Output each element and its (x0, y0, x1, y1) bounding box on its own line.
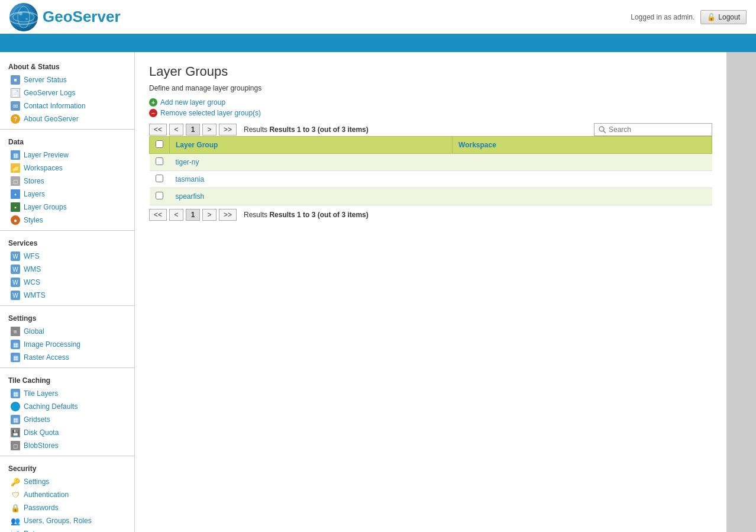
sidebar-item-users-groups-roles[interactable]: 👥 Users, Groups, Roles (0, 514, 134, 527)
sidebar-item-layer-groups[interactable]: ▪ Layer Groups (0, 201, 134, 214)
prev-page-btn-bottom[interactable]: < (169, 209, 183, 221)
row-checkbox-cell (150, 154, 170, 171)
sidebar-item-tile-layers[interactable]: ▦ Tile Layers (0, 387, 134, 400)
logo-text: GeoServer (43, 8, 121, 26)
divider-5 (0, 456, 134, 456)
logo-area: GeoServer (9, 3, 121, 31)
header-workspace[interactable]: Workspace (453, 137, 712, 154)
imgproc-icon: ▦ (11, 340, 20, 349)
contact-icon: ✉ (11, 101, 20, 111)
security-section-title: Security (0, 460, 134, 475)
sidebar-item-wmts[interactable]: W WMTS (0, 289, 134, 302)
global-icon: ≡ (11, 327, 20, 336)
sidebar-item-workspaces[interactable]: 📁 Workspaces (0, 162, 134, 175)
svg-point-0 (13, 7, 34, 28)
divider-4 (0, 367, 134, 368)
sidebar-item-global[interactable]: ≡ Global (0, 325, 134, 338)
layer-group-link[interactable]: spearfish (176, 192, 205, 201)
top-pagination: << < 1 > >> Results Results 1 to 3 (out … (149, 123, 712, 136)
wcs-icon: W (11, 278, 20, 287)
raster-icon: ▦ (11, 353, 20, 362)
grid-icon: ▦ (11, 415, 20, 424)
sidebar-item-raster-access[interactable]: ▦ Raster Access (0, 351, 134, 364)
last-page-btn-bottom[interactable]: >> (219, 209, 237, 221)
sidebar-item-server-status[interactable]: ■ Server Status (0, 73, 134, 86)
sidebar-item-layers[interactable]: ▪ Layers (0, 188, 134, 201)
sidebar-item-stores[interactable]: ◻ Stores (0, 175, 134, 188)
last-page-btn-top[interactable]: >> (219, 124, 237, 136)
sidebar-item-wfs[interactable]: W WFS (0, 250, 134, 263)
remove-icon: – (149, 109, 157, 117)
sidebar-item-wcs[interactable]: W WCS (0, 276, 134, 289)
svg-point-2 (13, 12, 34, 22)
logout-button[interactable]: 🔓 Logout (700, 10, 747, 24)
results-text-bottom: Results Results 1 to 3 (out of 3 items) (244, 211, 369, 219)
table-row: tiger-ny (150, 154, 712, 171)
first-page-btn-bottom[interactable]: << (149, 209, 167, 221)
sidebar-item-wms[interactable]: W WMS (0, 263, 134, 276)
layergroup-icon: ▪ (11, 202, 20, 212)
server-icon: ■ (11, 75, 20, 85)
row-workspace (453, 188, 712, 205)
workspace-icon: 📁 (11, 163, 20, 173)
wmts-icon: W (11, 291, 20, 300)
data-section-title: Data (0, 133, 134, 149)
lock-icon: 🔒 (11, 503, 20, 512)
bottom-pagination: << < 1 > >> Results Results 1 to 3 (out … (149, 209, 712, 221)
sidebar-item-contact-info[interactable]: ✉ Contact Information (0, 99, 134, 112)
sidebar-item-disk-quota[interactable]: 💾 Disk Quota (0, 426, 134, 439)
sidebar-item-about-geoserver[interactable]: ? About GeoServer (0, 112, 134, 125)
first-page-btn-top[interactable]: << (149, 124, 167, 136)
select-all-checkbox[interactable] (156, 140, 163, 148)
layer-icon: ▦ (11, 150, 20, 160)
remove-layer-group-link[interactable]: – Remove selected layer group(s) (149, 109, 712, 117)
divider-2 (0, 230, 134, 231)
sidebar-item-authentication[interactable]: 🛡 Authentication (0, 488, 134, 501)
sidebar-item-gridsets[interactable]: ▦ Gridsets (0, 413, 134, 426)
row-checkbox[interactable] (156, 192, 163, 199)
page-description: Define and manage layer groupings (149, 84, 712, 92)
layer-group-link[interactable]: tasmania (176, 175, 205, 183)
layer-groups-table: Layer Group Workspace tiger-ny (149, 136, 712, 205)
key-icon: 🔑 (11, 477, 20, 486)
row-layer-group-name: tasmania (170, 171, 453, 188)
prev-page-btn-top[interactable]: < (169, 124, 183, 136)
search-input[interactable] (594, 123, 712, 136)
main-content: Layer Groups Define and manage layer gro… (135, 52, 726, 532)
row-checkbox[interactable] (156, 175, 163, 182)
header-checkbox-cell (150, 137, 170, 154)
row-checkbox-cell (150, 188, 170, 205)
add-layer-group-link[interactable]: + Add new layer group (149, 98, 712, 107)
users-icon: 👥 (11, 516, 20, 525)
sidebar-item-layer-preview[interactable]: ▦ Layer Preview (0, 149, 134, 162)
sidebar-item-image-processing[interactable]: ▦ Image Processing (0, 338, 134, 351)
sidebar-item-passwords[interactable]: 🔒 Passwords (0, 501, 134, 514)
row-workspace (453, 154, 712, 171)
header-right: Logged in as admin. 🔓 Logout (631, 10, 747, 24)
table-row: tasmania (150, 171, 712, 188)
help-icon: ? (11, 114, 20, 124)
page-title: Layer Groups (149, 64, 712, 79)
next-page-btn-bottom[interactable]: > (202, 209, 217, 221)
current-page-btn-top[interactable]: 1 (186, 124, 200, 136)
layout: About & Status ■ Server Status 📄 GeoServ… (0, 52, 756, 532)
next-page-btn-top[interactable]: > (202, 124, 217, 136)
layer-group-link[interactable]: tiger-ny (176, 158, 199, 166)
about-section-title: About & Status (0, 58, 134, 73)
current-page-btn-bottom[interactable]: 1 (186, 209, 200, 221)
results-text-top: Results Results 1 to 3 (out of 3 items) (244, 125, 369, 134)
sidebar-item-caching-defaults[interactable]: 🌐 Caching Defaults (0, 400, 134, 413)
services-section-title: Services (0, 234, 134, 250)
header-layer-group[interactable]: Layer Group (170, 137, 453, 154)
disk-icon: 💾 (11, 428, 20, 437)
divider-1 (0, 129, 134, 130)
tile-icon: ▦ (11, 389, 20, 398)
logged-in-text: Logged in as admin. (631, 13, 694, 21)
sidebar-item-security-data[interactable]: 📊 Data (0, 527, 134, 532)
store-icon: ◻ (11, 176, 20, 186)
sidebar-item-styles[interactable]: ● Styles (0, 214, 134, 227)
sidebar-item-blobstores[interactable]: ◻ BlobStores (0, 439, 134, 452)
sidebar-item-geoserver-logs[interactable]: 📄 GeoServer Logs (0, 86, 134, 99)
sidebar-item-security-settings[interactable]: 🔑 Settings (0, 475, 134, 488)
row-checkbox[interactable] (156, 157, 163, 165)
